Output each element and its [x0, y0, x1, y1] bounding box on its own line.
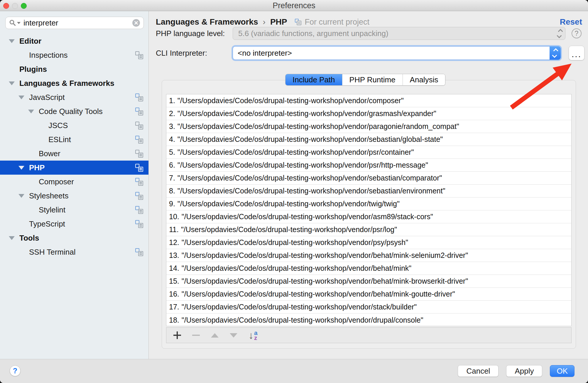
clear-search-icon[interactable]: ✕ [132, 19, 140, 27]
settings-sidebar: interpreter ✕ EditorInspectionsPluginsLa… [0, 11, 149, 359]
move-down-icon[interactable] [230, 333, 237, 338]
browse-interpreters-button[interactable]: ... [569, 46, 584, 60]
sidebar-item-composer[interactable]: Composer [0, 175, 148, 189]
path-index: 10. [169, 212, 179, 221]
search-input-value: interpreter [23, 18, 132, 28]
sidebar-item-label: JSCS [48, 121, 68, 130]
expand-triangle-icon[interactable] [18, 96, 29, 99]
cli-interpreter-select[interactable]: <no interpreter> [233, 46, 561, 60]
include-path-row[interactable]: 9."/Users/opdavies/Code/os/drupal-testin… [166, 198, 571, 210]
preferences-window: Preferences interpreter ✕ EditorInspecti… [0, 0, 588, 383]
include-path-row[interactable]: 10."/Users/opdavies/Code/os/drupal-testi… [166, 210, 571, 223]
path-index: 16. [169, 290, 179, 298]
tab-php-runtime[interactable]: PHP Runtime [342, 74, 403, 85]
reset-link[interactable]: Reset [560, 17, 582, 27]
for-current-project-icon [295, 19, 301, 25]
sidebar-item-javascript[interactable]: JavaScript [0, 90, 148, 104]
include-path-row[interactable]: 14."/Users/opdavies/Code/os/drupal-testi… [166, 262, 571, 275]
sidebar-item-ssh-terminal[interactable]: SSH Terminal [0, 245, 148, 259]
path-value: "/Users/opdavies/Code/os/drupal-testing-… [182, 277, 468, 285]
include-path-row[interactable]: 11."/Users/opdavies/Code/os/drupal-testi… [166, 223, 571, 236]
settings-tree: EditorInspectionsPluginsLanguages & Fram… [0, 34, 148, 259]
expand-triangle-icon[interactable] [9, 81, 19, 85]
sidebar-item-editor[interactable]: Editor [0, 34, 148, 48]
path-value: "/Users/opdavies/Code/os/drupal-testing-… [178, 174, 442, 182]
window-title: Preferences [0, 0, 588, 11]
sidebar-item-jscs[interactable]: JSCS [0, 118, 148, 132]
path-index: 3. [169, 122, 175, 131]
sidebar-item-stylesheets[interactable]: Stylesheets [0, 189, 148, 203]
sidebar-item-bower[interactable]: Bower [0, 147, 148, 161]
include-path-row[interactable]: 13."/Users/opdavies/Code/os/drupal-testi… [166, 249, 571, 262]
modified-settings-icon [135, 136, 143, 144]
remove-path-icon[interactable] [192, 335, 200, 336]
include-path-list[interactable]: 1."/Users/opdavies/Code/os/drupal-testin… [166, 94, 572, 326]
apply-button[interactable]: Apply [506, 365, 542, 377]
help-button[interactable]: ? [10, 365, 21, 376]
tab-include-path[interactable]: Include Path [285, 74, 342, 85]
sidebar-item-code-quality-tools[interactable]: Code Quality Tools [0, 104, 148, 118]
sidebar-item-stylelint[interactable]: Stylelint [0, 203, 148, 217]
breadcrumb-languages-frameworks[interactable]: Languages & Frameworks [156, 17, 258, 27]
select-stepper-icon [558, 27, 562, 40]
include-path-row[interactable]: 1."/Users/opdavies/Code/os/drupal-testin… [166, 94, 571, 107]
php-language-level-select[interactable]: 5.6 (variadic functions, argument unpack… [233, 27, 565, 40]
sidebar-item-eslint[interactable]: ESLint [0, 132, 148, 147]
path-index: 17. [169, 303, 179, 311]
sidebar-item-label: JavaScript [29, 93, 65, 102]
select-stepper-blue-icon[interactable] [550, 46, 561, 60]
sidebar-item-typescript[interactable]: TypeScript [0, 217, 148, 231]
modified-settings-icon [135, 164, 143, 172]
list-toolbar: ↓ a z [166, 327, 572, 343]
path-index: 8. [169, 187, 175, 195]
sidebar-item-tools[interactable]: Tools [0, 231, 148, 245]
search-icon [9, 19, 16, 26]
expand-triangle-icon[interactable] [18, 194, 29, 198]
sidebar-item-inspections[interactable]: Inspections [0, 48, 148, 62]
search-options-chevron-icon[interactable] [17, 22, 21, 24]
titlebar[interactable]: Preferences [0, 0, 588, 11]
sidebar-item-label: SSH Terminal [29, 248, 75, 257]
path-index: 5. [169, 148, 175, 156]
include-path-row[interactable]: 16."/Users/opdavies/Code/os/drupal-testi… [166, 288, 571, 301]
sidebar-item-php[interactable]: PHP [0, 161, 148, 175]
include-path-row[interactable]: 6."/Users/opdavies/Code/os/drupal-testin… [166, 159, 571, 172]
expand-triangle-icon[interactable] [9, 236, 19, 240]
php-settings-tabs: Include PathPHP RuntimeAnalysis [285, 74, 445, 86]
path-index: 2. [169, 109, 175, 118]
sidebar-item-plugins[interactable]: Plugins [0, 62, 148, 76]
path-index: 9. [169, 200, 175, 208]
sidebar-item-label: Languages & Frameworks [19, 79, 114, 88]
modified-settings-icon [135, 248, 143, 256]
path-index: 14. [169, 264, 179, 273]
expand-triangle-icon[interactable] [9, 39, 19, 43]
move-up-icon[interactable] [211, 333, 219, 338]
include-path-row[interactable]: 17."/Users/opdavies/Code/os/drupal-testi… [166, 301, 571, 314]
include-path-row[interactable]: 8."/Users/opdavies/Code/os/drupal-testin… [166, 185, 571, 198]
modified-settings-icon [135, 150, 143, 158]
sort-alphabetically-icon[interactable]: ↓ a z [249, 330, 258, 340]
include-path-row[interactable]: 4."/Users/opdavies/Code/os/drupal-testin… [166, 133, 571, 146]
modified-settings-icon [135, 220, 143, 228]
modified-settings-icon [135, 108, 143, 115]
language-level-help-icon[interactable]: ? [572, 28, 582, 38]
add-path-icon[interactable] [173, 331, 181, 339]
include-path-row[interactable]: 12."/Users/opdavies/Code/os/drupal-testi… [166, 236, 571, 249]
include-path-row[interactable]: 2."/Users/opdavies/Code/os/drupal-testin… [166, 107, 571, 120]
include-path-row[interactable]: 18."/Users/opdavies/Code/os/drupal-testi… [166, 314, 571, 326]
tab-analysis[interactable]: Analysis [403, 74, 445, 85]
include-path-row[interactable]: 15."/Users/opdavies/Code/os/drupal-testi… [166, 275, 571, 288]
breadcrumb-php: PHP [270, 17, 287, 27]
expand-triangle-icon[interactable] [18, 166, 29, 170]
include-path-row[interactable]: 5."/Users/opdavies/Code/os/drupal-testin… [166, 146, 571, 159]
search-input[interactable]: interpreter ✕ [5, 17, 144, 29]
modified-settings-icon [135, 178, 143, 186]
cancel-button[interactable]: Cancel [458, 365, 499, 377]
include-path-row[interactable]: 3."/Users/opdavies/Code/os/drupal-testin… [166, 120, 571, 133]
sidebar-item-languages-frameworks[interactable]: Languages & Frameworks [0, 76, 148, 90]
path-value: "/Users/opdavies/Code/os/drupal-testing-… [178, 122, 459, 131]
ok-button[interactable]: OK [550, 365, 575, 377]
expand-triangle-icon[interactable] [28, 110, 39, 113]
include-path-row[interactable]: 7."/Users/opdavies/Code/os/drupal-testin… [166, 172, 571, 185]
sidebar-item-label: Editor [19, 37, 41, 46]
